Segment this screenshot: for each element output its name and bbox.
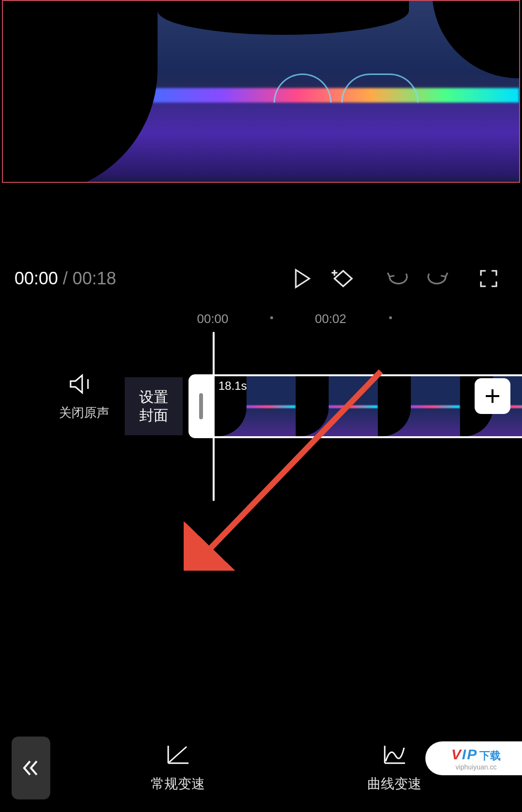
keyframe-button[interactable] (323, 264, 361, 293)
ruler-tick: 00:00 (197, 311, 228, 326)
clip-duration: 18.1s (218, 379, 247, 393)
normal-speed-label: 常规变速 (151, 775, 205, 793)
watermark-text: 下载 (479, 749, 501, 763)
play-button[interactable] (283, 264, 321, 293)
keyframe-add-icon (330, 268, 354, 289)
curve-speed-label: 曲线变速 (367, 775, 421, 793)
speaker-icon (69, 373, 93, 395)
fullscreen-icon (479, 269, 498, 288)
svg-marker-0 (296, 270, 309, 287)
cover-label-1: 设置 (139, 389, 168, 405)
play-icon (293, 268, 311, 289)
normal-speed-button[interactable]: 常规变速 (151, 743, 205, 793)
ruler-dot (270, 316, 273, 319)
playhead[interactable] (213, 332, 215, 501)
linear-speed-icon (165, 743, 190, 766)
ruler-tick: 00:02 (315, 311, 346, 326)
undo-icon (387, 270, 409, 287)
playback-controls: 00:00 / 00:18 (0, 260, 522, 297)
watermark-i: I (462, 746, 466, 763)
mute-original-audio-button[interactable]: 关闭原声 (59, 373, 102, 421)
fullscreen-button[interactable] (470, 264, 508, 293)
svg-line-11 (169, 747, 187, 762)
watermark-badge: VIP 下载 viphuiyuan.cc (425, 741, 522, 775)
cover-label-2: 封面 (139, 407, 168, 423)
watermark-v: V (451, 746, 461, 763)
video-preview[interactable] (2, 0, 520, 183)
watermark-p: P (467, 746, 477, 763)
mute-label: 关闭原声 (59, 404, 102, 421)
clip-thumbnail (378, 376, 460, 436)
curve-speed-icon (382, 743, 407, 766)
set-cover-button[interactable]: 设置 封面 (125, 377, 183, 435)
time-separator: / (63, 268, 68, 289)
total-time: 00:18 (72, 268, 116, 289)
undo-button[interactable] (379, 264, 417, 293)
video-clip[interactable]: 18.1s (188, 374, 522, 438)
redo-icon (426, 270, 449, 287)
timeline[interactable]: 00:00 00:02 关闭原声 设置 封面 18.1s (0, 301, 522, 504)
back-button[interactable] (12, 737, 50, 799)
redo-button[interactable] (419, 264, 456, 293)
time-ruler: 00:00 00:02 (0, 311, 522, 326)
watermark-url: viphuiyuan.cc (456, 763, 497, 771)
current-time: 00:00 (14, 268, 58, 289)
curve-speed-button[interactable]: 曲线变速 (367, 743, 421, 793)
ruler-dot (389, 316, 392, 319)
plus-icon (484, 387, 501, 405)
clip-left-handle[interactable] (188, 374, 214, 438)
add-clip-button[interactable] (475, 378, 510, 414)
double-chevron-left-icon (21, 758, 41, 778)
clip-thumbnail (296, 376, 378, 436)
